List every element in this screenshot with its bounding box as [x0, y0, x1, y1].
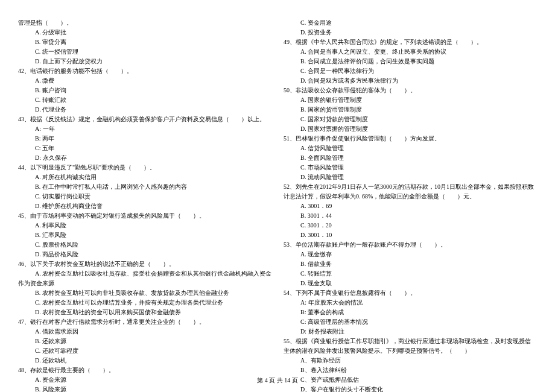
q53-opt-b: B. 借款业务 — [284, 259, 537, 269]
q45-opt-c: C. 股票价格风险 — [18, 240, 271, 250]
q55-opt-a: A、有欺诈经历 — [284, 356, 537, 365]
q51-opt-d: D. 流动风险管理 — [284, 172, 537, 182]
q54-stem: 54、下列不属于商业银行信息披露得有（ ）。 — [284, 288, 537, 298]
q50-opt-a: A. 国家的银行管理制度 — [284, 95, 537, 105]
q49-opt-c: C. 合同是一种民事法律行为 — [284, 66, 537, 76]
page-content: 管理是指（ ）。 A. 分级审批 B. 审贷分离 C. 统一授信管理 D. 自上… — [0, 0, 555, 392]
q54-opt-b: B: 董事会的构成 — [284, 308, 537, 317]
q42-opt-b: B. 账户咨询 — [18, 86, 271, 95]
q42-opt-a: A. 缴费 — [18, 76, 271, 86]
q47-opt-b: B. 还款来源 — [18, 337, 271, 346]
q46-opt-c: C. 农村资金互助社可以办理结算业务，并按有关规定办理各类代理业务 — [18, 298, 271, 308]
q53-opt-a: A. 现金缴存 — [284, 250, 537, 259]
q51-stem: 51、巴林银行事件促使银行风险管理朝（ ）方向发展。 — [284, 134, 537, 144]
right-column: C. 资金用途 D. 投资业务 49、根据《中华人民共和国合同法》的规定，下列表… — [278, 18, 543, 392]
q50-opt-c: C. 国家对贷款的管理制度 — [284, 115, 537, 124]
q47-stem: 47、银行在对客户进行借款需求分析时，通常更关注企业的（ ）。 — [18, 317, 271, 327]
q45-opt-b: B. 汇率风险 — [18, 230, 271, 240]
q48-opt-d: D. 投资业务 — [284, 28, 537, 37]
q44-opt-d: D. 维护所在机构商业信誉 — [18, 201, 271, 211]
q43-opt-c: C: 五年 — [18, 144, 271, 153]
q43-opt-a: A: 一年 — [18, 124, 271, 134]
q52-stem-l1: 52、刘先生在2012年9月1日存人一笔3000元的活期存款，10月1日取出全部… — [284, 182, 537, 192]
q54-opt-a: A: 年度股东大会的情况 — [284, 298, 537, 308]
q50-stem: 50、非法吸收公众存款罪侵犯的客体为（ ）。 — [284, 86, 537, 95]
q41-opt-d: D. 自上而下分配放贷权力 — [18, 57, 271, 66]
q43-stem: 43、根据《反洗钱法》规定，金融机构必须妥善保护客户开户资料及交易信息（ ）以上… — [18, 115, 271, 124]
q53-stem: 53、单位活期存款账户中的一般存款账户不得办理（ ）。 — [284, 240, 537, 250]
q42-opt-d: D. 代理业务 — [18, 105, 271, 115]
q41-opt-c: C. 统一授信管理 — [18, 47, 271, 57]
q46-opt-b: B. 农村资金互助社可以向非社员吸收存款、发放贷款及办理其他金融业务 — [18, 288, 271, 298]
q42-stem: 42、电话银行的服务功能不包括（ ）。 — [18, 66, 271, 76]
q51-opt-b: B. 全面风险管理 — [284, 153, 537, 163]
q52-opt-b: B. 3001．44 — [284, 211, 537, 221]
q44-stem: 44、以下明显违反了"勤勉尽职"要求的是（ ）。 — [18, 163, 271, 172]
q45-stem: 45、由于市场利率变动的不确定对银行造成损失的风险属于（ ）。 — [18, 211, 271, 221]
q50-opt-b: B. 国家的货币管理制度 — [284, 105, 537, 115]
q55-opt-b: B、卷入法律纠纷 — [284, 365, 537, 375]
q42-opt-c: C. 转账汇款 — [18, 95, 271, 105]
q41-opt-a: A. 分级审批 — [18, 28, 271, 37]
left-column: 管理是指（ ）。 A. 分级审批 B. 审贷分离 C. 统一授信管理 D. 自上… — [12, 18, 278, 392]
q48-opt-c: C. 资金用途 — [284, 18, 537, 28]
q46-stem: 46、以下关于农村资金互助社的说法不正确的是（ ）。 — [18, 259, 271, 269]
q48-stem: 48、存款是银行最主要的（ ）。 — [18, 365, 271, 375]
q54-opt-c: C: 高级管理层的基本情况 — [284, 317, 537, 327]
q55-stem-l1: 55、根据《商业银行授信工作尽职指引》，商业银行应通过非现场和现场检查，及时发现… — [284, 337, 537, 346]
q51-opt-a: A. 信贷风险管理 — [284, 144, 537, 153]
q47-opt-a: A. 借款需求原因 — [18, 327, 271, 337]
q55-opt-d: D、客户在银行的头寸不断变化 — [284, 385, 537, 392]
q47-opt-d: D. 还款动机 — [18, 356, 271, 365]
q52-stem-l2: 计息法计算，假设年利率为0. 68%，他能取回的全部金额是（ ）元。 — [284, 192, 537, 201]
q55-stem-l2: 主体的潜在风险并发出预警风险提示。下列哪项是预警信号。（ ） — [284, 346, 537, 356]
q44-opt-b: B. 在工作中时常打私人电话，上网浏览个人感兴趣的内容 — [18, 182, 271, 192]
q44-opt-a: A. 对所在机构诚实信用 — [18, 172, 271, 182]
q49-opt-b: B. 合同成立是法律评价问题，合同生效是事实问题 — [284, 57, 537, 66]
q50-opt-d: D. 国家对票据的管理制度 — [284, 124, 537, 134]
q48-opt-b: B. 风险来源 — [18, 385, 271, 392]
q52-opt-d: D. 3001．10 — [284, 230, 537, 240]
q49-opt-d: D. 合同是双方或者多方民事法律行为 — [284, 76, 537, 86]
q53-opt-d: D. 现金支取 — [284, 279, 537, 288]
q52-opt-a: A. 3001．69 — [284, 201, 537, 211]
q45-opt-d: D. 商品价格风险 — [18, 250, 271, 259]
q43-opt-d: D: 永久保存 — [18, 153, 271, 163]
q45-opt-a: A. 利率风险 — [18, 221, 271, 230]
q46-opt-a-l1: A. 农村资金互助社以吸收社员存款、接受社会捐赠资金和从其他银行也金融机构融入资… — [18, 269, 271, 279]
q49-opt-a: A. 合同是当事人之间设立、变更、终止民事关系的协议 — [284, 47, 537, 57]
q49-stem: 49、根据《中华人民共和国合同法》的规定，下列表述错误的是（ ）。 — [284, 37, 537, 47]
page-footer: 第 4 页 共 14 页 — [0, 376, 555, 385]
q44-opt-c: C. 切实履行岗位职责 — [18, 192, 271, 201]
q53-opt-c: C. 转账结算 — [284, 269, 537, 279]
q46-opt-d: D. 农村资金互助社的资金可以用来购买国债和金融债券 — [18, 308, 271, 317]
q51-opt-c: C. 市场风险管理 — [284, 163, 537, 172]
q54-opt-d: D: 财务报表附注 — [284, 327, 537, 337]
q41-stem-cont: 管理是指（ ）。 — [18, 18, 271, 28]
q43-opt-b: B: 两年 — [18, 134, 271, 144]
q46-opt-a-l2: 作为资金来源 — [18, 279, 271, 288]
q52-opt-c: C. 3001．20 — [284, 221, 537, 230]
q41-opt-b: B. 审贷分离 — [18, 37, 271, 47]
q47-opt-c: C. 还款可靠程度 — [18, 346, 271, 356]
